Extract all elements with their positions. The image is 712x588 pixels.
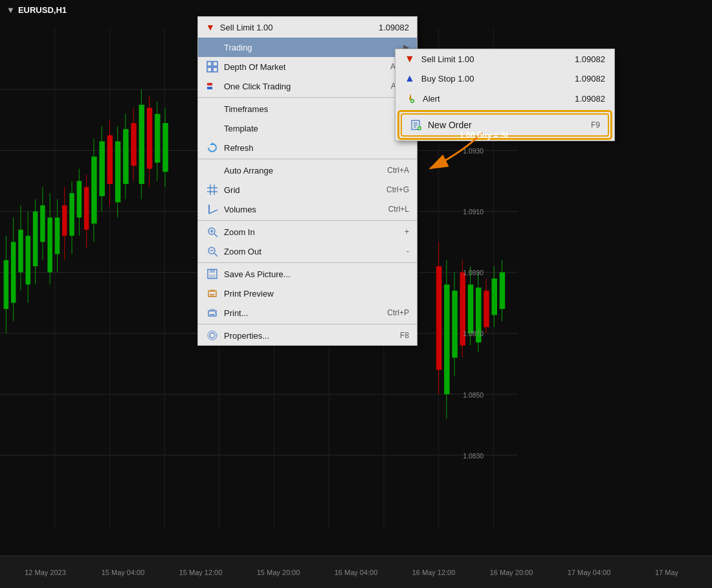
trading-icon xyxy=(206,41,219,54)
chart-title: ▼ EURUSD,H1 xyxy=(6,5,67,15)
svg-rect-31 xyxy=(55,218,60,254)
context-menu-sub: ▼ Sell Limit 1.00 1.09082 ▲ Buy Stop 1.0… xyxy=(395,49,615,141)
divider-2 xyxy=(198,159,417,159)
time-label-6: 16 May 12:00 xyxy=(395,569,473,576)
print-icon xyxy=(206,306,219,319)
divider-1 xyxy=(198,97,417,98)
menu-item-trading[interactable]: Trading ▶ xyxy=(198,38,417,57)
svg-rect-106 xyxy=(210,269,215,273)
svg-rect-53 xyxy=(139,105,144,184)
print-shortcut: Ctrl+P xyxy=(387,308,409,317)
svg-line-97 xyxy=(209,210,217,214)
time-label-9: 17 May xyxy=(628,569,706,576)
svg-rect-107 xyxy=(209,275,216,278)
menu-item-save-as-picture[interactable]: Save As Picture... xyxy=(198,264,417,284)
volumes-icon xyxy=(206,203,219,216)
zoom-out-label: Zoom Out xyxy=(224,247,401,256)
zoom-out-icon xyxy=(206,245,219,258)
svg-rect-25 xyxy=(26,236,31,284)
svg-rect-61 xyxy=(436,266,441,370)
menu-item-print-preview[interactable]: Print Preview xyxy=(198,284,417,303)
sell-limit-banner[interactable]: ▼ Sell Limit 1.00 1.09082 xyxy=(198,17,417,38)
volumes-label: Volumes xyxy=(224,205,383,214)
svg-rect-110 xyxy=(210,294,215,295)
new-order-shortcut: F9 xyxy=(591,120,600,130)
menu-item-auto-arrange[interactable]: Auto Arrange Ctrl+A xyxy=(198,161,417,180)
sell-limit-label: Sell Limit 1.00 xyxy=(220,23,373,32)
svg-rect-24 xyxy=(18,230,23,273)
one-click-icon xyxy=(206,80,219,93)
menu-item-refresh[interactable]: Refresh xyxy=(198,138,417,157)
time-axis: 12 May 2023 15 May 04:00 15 May 12:00 15… xyxy=(0,556,712,588)
svg-rect-86 xyxy=(213,62,217,66)
svg-rect-55 xyxy=(147,107,152,168)
save-as-picture-label: Save As Picture... xyxy=(224,269,409,279)
menu-item-properties[interactable]: Properties... F8 xyxy=(198,326,417,345)
auto-arrange-icon xyxy=(206,164,219,177)
svg-rect-43 xyxy=(99,141,104,196)
svg-rect-22 xyxy=(4,260,9,309)
menu-item-one-click-trading[interactable]: One Click Trading Alt+T xyxy=(198,76,417,96)
svg-rect-35 xyxy=(69,193,74,236)
sub-menu-new-order[interactable]: New Order F9 xyxy=(401,113,609,137)
zoom-out-shortcut: - xyxy=(406,247,409,256)
menu-item-print[interactable]: Print... Ctrl+P xyxy=(198,303,417,322)
time-label-4: 15 May 20:00 xyxy=(239,569,317,576)
menu-item-grid[interactable]: Grid Ctrl+G xyxy=(198,180,417,199)
symbol-label: EURUSD,H1 xyxy=(18,5,67,15)
properties-shortcut: F8 xyxy=(400,331,409,340)
svg-rect-85 xyxy=(207,62,212,66)
menu-item-depth-of-market[interactable]: Depth Of Market Alt+B xyxy=(198,57,417,76)
svg-rect-49 xyxy=(123,129,128,184)
properties-icon xyxy=(206,329,219,342)
svg-rect-41 xyxy=(91,157,96,224)
sub-menu-buy-stop[interactable]: ▲ Buy Stop 1.00 1.09082 xyxy=(395,69,614,88)
sub-buy-icon: ▲ xyxy=(405,73,415,84)
svg-rect-47 xyxy=(115,141,120,202)
trading-label: Trading xyxy=(224,43,398,52)
svg-text:1.0830: 1.0830 xyxy=(463,453,484,460)
time-label-1: 12 May 2023 xyxy=(6,569,84,576)
context-menu-main: ▼ Sell Limit 1.00 1.09082 Trading ▶ Dept… xyxy=(197,16,417,346)
one-click-label: One Click Trading xyxy=(224,82,386,91)
svg-rect-57 xyxy=(155,114,160,163)
sub-buy-stop-label: Buy Stop 1.00 xyxy=(421,74,474,84)
new-order-highlight: New Order F9 xyxy=(397,110,612,140)
menu-item-template[interactable]: Template xyxy=(198,119,417,138)
time-label-7: 16 May 20:00 xyxy=(473,569,550,576)
chart-title-arrow: ▼ xyxy=(6,5,15,15)
refresh-icon xyxy=(206,141,219,154)
timeframes-icon xyxy=(206,102,219,115)
properties-label: Properties... xyxy=(224,331,395,341)
zoom-in-label: Zoom In xyxy=(224,227,399,237)
sub-menu-sell-limit[interactable]: ▼ Sell Limit 1.00 1.09082 xyxy=(395,49,614,69)
sub-menu-alert[interactable]: Alert 1.09082 xyxy=(395,88,614,109)
template-icon xyxy=(206,122,219,135)
save-icon xyxy=(206,267,219,280)
depth-label: Depth Of Market xyxy=(224,62,385,72)
new-order-label: New Order xyxy=(428,120,586,130)
auto-arrange-shortcut: Ctrl+A xyxy=(387,166,409,175)
svg-rect-77 xyxy=(500,273,505,309)
svg-rect-23 xyxy=(11,242,16,303)
svg-point-115 xyxy=(215,312,216,313)
depth-icon xyxy=(206,60,219,73)
menu-item-timeframes[interactable]: Timeframes xyxy=(198,99,417,119)
time-label-3: 15 May 12:00 xyxy=(162,569,239,576)
sub-buy-stop-price: 1.09082 xyxy=(575,74,605,84)
svg-rect-109 xyxy=(210,289,215,292)
menu-item-zoom-in[interactable]: Zoom In + xyxy=(198,222,417,242)
grid-icon xyxy=(206,183,219,196)
menu-item-zoom-out[interactable]: Zoom Out - xyxy=(198,242,417,261)
volumes-shortcut: Ctrl+L xyxy=(388,205,409,214)
refresh-label: Refresh xyxy=(224,143,409,153)
svg-line-103 xyxy=(214,253,217,256)
svg-rect-112 xyxy=(208,311,216,316)
svg-rect-90 xyxy=(207,87,212,89)
menu-item-volumes[interactable]: Volumes Ctrl+L xyxy=(198,199,417,219)
sell-limit-price: 1.09082 xyxy=(379,23,409,32)
svg-rect-73 xyxy=(484,291,489,327)
svg-text:1.0910: 1.0910 xyxy=(463,209,484,216)
svg-rect-63 xyxy=(444,284,449,394)
svg-rect-89 xyxy=(207,83,212,85)
